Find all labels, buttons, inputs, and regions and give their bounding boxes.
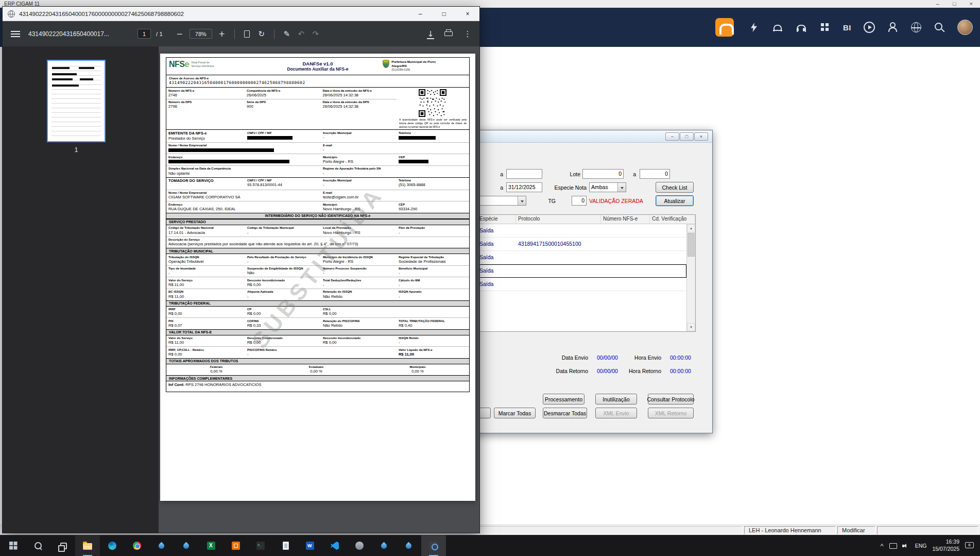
download-icon[interactable]: ↓ — [426, 28, 435, 40]
column-especie[interactable]: Espécie — [477, 215, 516, 224]
fit-to-page-icon[interactable] — [243, 28, 252, 40]
redo-icon[interactable]: ↷ — [311, 28, 320, 40]
scroll-thumb[interactable] — [687, 233, 695, 257]
dialog-maximize-icon[interactable]: □ — [680, 132, 694, 141]
support-icon[interactable] — [796, 22, 807, 33]
media-icon[interactable] — [864, 22, 875, 33]
taskbar-task-view-button[interactable] — [50, 535, 75, 556]
language-indicator[interactable]: ENG — [915, 543, 927, 549]
taskbar-blue-drop-2-button[interactable] — [174, 535, 199, 556]
dialog-titlebar[interactable]: – □ × — [464, 130, 712, 143]
pdf-minimize-icon[interactable]: – — [408, 7, 432, 21]
draw-icon[interactable]: ✎ — [282, 28, 291, 40]
doc-row: EndereçoRUA DUQUE DE CAXIAS, 250, IDEALM… — [166, 201, 469, 213]
notifications-tray-icon[interactable]: 6 — [965, 542, 974, 550]
doc-field: Simples Nacional na Data da CompetênciaN… — [166, 166, 321, 177]
pdf-titlebar[interactable]: 4314902220431650400017600000000027462506… — [3, 7, 479, 21]
more-options-icon[interactable]: ⋮ — [463, 28, 472, 40]
column-protocolo[interactable]: Protocolo — [516, 215, 601, 224]
marcar-todas-button[interactable]: Marcar Todas — [494, 408, 536, 418]
taskbar-notes-button[interactable] — [273, 535, 298, 556]
protocol-row[interactable]: Saída — [477, 264, 686, 278]
protocol-row[interactable]: Saída — [477, 224, 686, 238]
processamento-button[interactable]: Processamento — [543, 394, 584, 405]
web-icon[interactable] — [911, 22, 921, 32]
cigam-logo-icon[interactable] — [715, 18, 734, 37]
network-icon[interactable] — [889, 543, 897, 549]
taskbar-file-explorer-button[interactable] — [75, 535, 100, 556]
protocol-row[interactable]: Saída — [477, 278, 686, 291]
search-icon[interactable] — [934, 22, 945, 33]
rotate-icon[interactable]: ↻ — [257, 28, 266, 40]
tg-input[interactable]: 0 — [572, 196, 587, 206]
taskbar-pdf-viewer-button[interactable] — [421, 535, 446, 556]
main-minimize-icon[interactable]: – — [936, 1, 939, 7]
consultar-protocolo-button[interactable]: Consultar Protocolo — [648, 394, 694, 405]
pdf-close-icon[interactable]: × — [456, 7, 479, 21]
taskbar-chrome-button[interactable] — [125, 535, 149, 556]
protocol-row[interactable]: Saída — [477, 251, 686, 264]
taskbar-blue-drop-1-button[interactable] — [149, 535, 174, 556]
quick-actions-icon[interactable] — [748, 22, 760, 33]
taskbar-blue-drop-4-button[interactable] — [397, 535, 421, 556]
desmarcar-todas-button[interactable]: Desmarcar Todas — [543, 408, 587, 418]
notifications-icon[interactable] — [772, 22, 783, 33]
avatar-icon[interactable] — [957, 20, 973, 35]
column-cd-verificacao[interactable]: Cd. Verificação — [650, 215, 695, 224]
pdf-maximize-icon[interactable]: □ — [432, 7, 456, 21]
lote-fim-input[interactable]: 0 — [640, 169, 670, 179]
inutilizacao-button[interactable]: Inutilização — [595, 394, 637, 405]
scroll-down-icon[interactable] — [687, 323, 695, 331]
menu-icon[interactable] — [11, 31, 20, 37]
taskbar-orange-app-button[interactable] — [223, 535, 248, 556]
status-user: LEH - Leonardo Hennemann — [744, 526, 836, 534]
volume-icon[interactable] — [902, 543, 909, 549]
tray-expand-icon[interactable]: ^ — [881, 542, 884, 550]
main-close-icon[interactable]: × — [970, 1, 973, 7]
taskbar-terminal-button[interactable] — [248, 535, 273, 556]
pdf-canvas-area[interactable]: NFSe Nota Fiscal deServiço eletrônica DA… — [159, 46, 479, 533]
scroll-up-icon[interactable] — [687, 224, 695, 232]
taskbar-word-button[interactable] — [298, 535, 322, 556]
doc-row: Número da DPS2796 Série da DPS900 Data e… — [166, 99, 397, 111]
dialog-minimize-icon[interactable]: – — [665, 132, 679, 141]
zoom-in-icon[interactable]: + — [217, 28, 227, 40]
numero-fim-input[interactable] — [506, 169, 542, 179]
task-view-icon — [60, 543, 67, 549]
dialog-close-icon[interactable]: × — [694, 132, 708, 141]
taskbar-edge-button[interactable] — [100, 535, 125, 556]
page-number-input[interactable]: 1 — [137, 29, 151, 39]
check-list-button[interactable]: Check List — [656, 182, 694, 193]
community-icon[interactable] — [887, 22, 899, 33]
taskbar-gray-app-button[interactable] — [347, 535, 372, 556]
taskbar-vscode-button[interactable] — [322, 535, 347, 556]
doc-field: Retenção do ISSQNNão Retido — [321, 289, 397, 300]
taskbar-start-button[interactable] — [1, 535, 26, 556]
main-maximize-icon[interactable]: □ — [953, 1, 956, 7]
column-numero-nfse[interactable]: Número NFS-e — [601, 215, 650, 224]
xml-envio-button[interactable]: XML Envio — [595, 408, 637, 418]
bi-icon[interactable]: BI — [843, 22, 851, 33]
doc-row: TOMADOR DO SERVIÇOCNPJ / CPF / NIF93.578… — [166, 177, 469, 190]
page-1-thumbnail[interactable] — [47, 60, 106, 142]
tipo-select[interactable] — [473, 196, 526, 206]
print-icon[interactable] — [444, 28, 454, 40]
apps-grid-icon[interactable] — [819, 22, 831, 33]
zoom-level[interactable]: 78% — [190, 29, 212, 39]
taskbar-excel-button[interactable] — [199, 535, 223, 556]
taskbar-search-button[interactable] — [26, 535, 50, 556]
data-fim-input[interactable]: 31/12/2025 — [506, 182, 542, 192]
doc-field: Telefone(51) 3065-8888 — [397, 178, 469, 190]
atualizar-button[interactable]: Atualizar — [656, 195, 694, 206]
protocol-row[interactable]: Saída431894171500010455100 — [477, 238, 686, 251]
clock[interactable]: 16:39 15/07/2025 — [932, 538, 959, 552]
especie-nota-select[interactable]: Ambas — [589, 182, 626, 192]
xml-retorno-button[interactable]: XML Retorno — [648, 408, 694, 418]
undo-icon[interactable]: ↶ — [297, 28, 306, 40]
table-scrollbar[interactable] — [686, 224, 695, 331]
document-globe-icon — [8, 10, 15, 18]
lote-inicio-input[interactable]: 0 — [582, 169, 624, 179]
zoom-out-icon[interactable]: − — [175, 28, 184, 40]
taskbar-blue-drop-3-button[interactable] — [372, 535, 397, 556]
doc-field: CEP93334-290 — [397, 201, 469, 213]
